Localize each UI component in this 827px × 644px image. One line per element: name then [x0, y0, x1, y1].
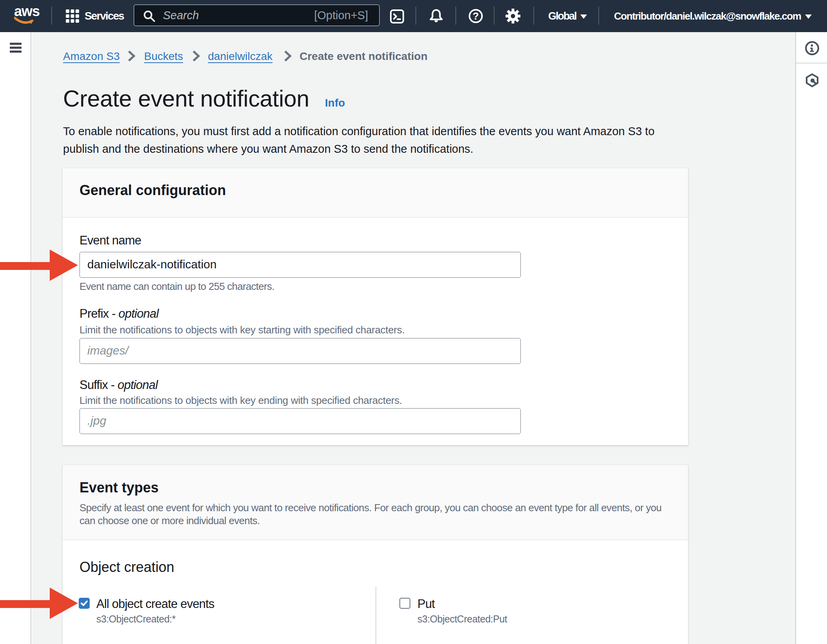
- svg-text:aws: aws: [14, 5, 40, 19]
- svg-text:?: ?: [473, 10, 479, 22]
